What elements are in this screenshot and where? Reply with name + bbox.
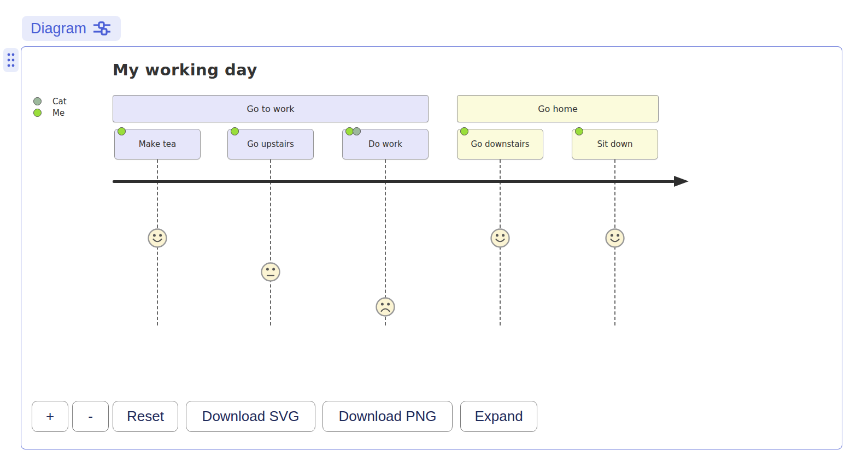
section-go-to-work: Go to work [113, 95, 429, 122]
zoom-in-button[interactable]: + [32, 401, 68, 432]
download-svg-button[interactable]: Download SVG [186, 401, 315, 432]
task-make-tea: Make tea [114, 129, 201, 159]
section-label: Go to work [247, 104, 294, 114]
diagram-panel: My working day Cat Me Go to work Go home [21, 46, 842, 449]
task-sit-down: Sit down [572, 129, 658, 159]
actor-dot-me [575, 127, 583, 135]
task-label: Do work [368, 139, 402, 149]
task-label: Sit down [597, 139, 633, 149]
legend-label-me: Me [52, 108, 64, 118]
face-neutral-icon [260, 262, 281, 282]
task-label: Go downstairs [471, 139, 529, 149]
legend-dot-cat [33, 97, 42, 105]
task-guide-line [270, 159, 271, 325]
face-happy-icon [490, 228, 511, 248]
drag-handle-icon[interactable] [3, 48, 19, 72]
timeline-axis [113, 180, 675, 183]
task-label: Go upstairs [247, 139, 294, 149]
face-sad-icon [375, 297, 396, 317]
diagram-settings-sliders-icon[interactable] [93, 21, 111, 35]
download-png-button[interactable]: Download PNG [322, 401, 453, 432]
reset-button[interactable]: Reset [113, 401, 178, 432]
legend-dot-me [33, 109, 42, 117]
actor-dot-me [231, 127, 239, 135]
face-happy-icon [147, 228, 168, 248]
timeline-arrowhead-icon [674, 176, 689, 187]
task-do-work: Do work [342, 129, 429, 159]
task-go-downstairs: Go downstairs [457, 129, 543, 159]
actor-dot-me [118, 127, 126, 135]
legend-label-cat: Cat [52, 97, 67, 106]
diagram-canvas[interactable]: My working day Cat Me Go to work Go home [21, 47, 842, 449]
legend-item-cat: Cat [33, 96, 67, 107]
section-label: Go home [538, 104, 578, 114]
journey-title: My working day [113, 61, 257, 79]
editor-preview-pane: Diagram My working day [0, 0, 868, 462]
pane-title: Diagram [31, 20, 86, 37]
task-label: Make tea [139, 139, 177, 149]
expand-button[interactable]: Expand [460, 401, 537, 432]
pane-header: Diagram [22, 16, 121, 41]
legend-item-me: Me [33, 107, 67, 119]
section-go-home: Go home [457, 95, 659, 122]
legend: Cat Me [33, 96, 67, 119]
task-go-upstairs: Go upstairs [227, 129, 314, 159]
actor-dot-me [460, 127, 468, 135]
actor-dot-cat [353, 127, 361, 135]
zoom-out-button[interactable]: - [72, 401, 109, 432]
face-happy-icon [605, 228, 625, 248]
